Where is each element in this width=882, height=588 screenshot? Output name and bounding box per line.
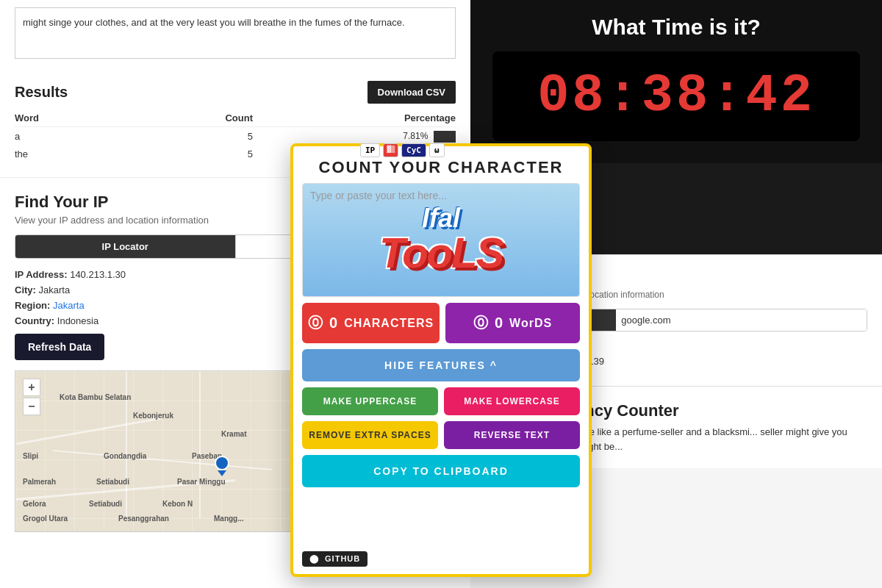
percentage-cell: 7.81%	[282, 127, 456, 146]
text-preview: might singe your clothes, and at the ver…	[15, 7, 456, 59]
word-cell: a	[15, 127, 95, 146]
red-badge-tab[interactable]: ▓▒	[383, 143, 398, 157]
words-label: WorDS	[509, 317, 552, 330]
words-stat-button[interactable]: ⓪ 0 WorDS	[445, 303, 580, 343]
refresh-data-button[interactable]: Refresh Data	[15, 334, 104, 360]
map-label-4: Slipi	[23, 452, 38, 460]
chars-count: 0	[329, 315, 338, 331]
clock-hours: 08	[537, 66, 606, 126]
map-road	[199, 371, 201, 518]
table-row: a 5 7.81%	[15, 127, 456, 146]
characters-stat-button[interactable]: ⓪ 0 CHARACTERS	[302, 303, 440, 343]
omega-badge-tab[interactable]: ω	[429, 143, 445, 157]
copy-to-clipboard-button[interactable]: COPY TO CLIPBOARD	[302, 455, 580, 487]
make-uppercase-button[interactable]: MAKE UPPERCASE	[302, 387, 438, 415]
map-marker-head	[215, 456, 229, 470]
col-count: Count	[95, 110, 282, 127]
map-label-11: Setiabudi	[89, 500, 122, 508]
github-icon: ⬤	[309, 554, 319, 564]
map-label-3: Kramat	[221, 430, 246, 438]
map-zoom-out-button[interactable]: −	[23, 398, 40, 415]
clock-minutes: 38	[642, 66, 711, 126]
col-percentage: Percentage	[282, 110, 456, 127]
cyc-badge-tab[interactable]: CyC	[401, 143, 426, 157]
clock-sep1: :	[607, 66, 642, 126]
map-label-7: Palmerah	[23, 478, 56, 486]
modal-logo-area: Type or paste your text here... Ifal Too…	[302, 183, 580, 297]
modal-placeholder: Type or paste your text here...	[310, 190, 447, 201]
map-controls: + −	[23, 379, 40, 415]
text-preview-section: might singe your clothes, and at the ver…	[0, 0, 470, 74]
clock-sep2: :	[711, 66, 745, 126]
logo-tools: TooLS	[379, 228, 503, 277]
results-title: Results	[15, 84, 68, 101]
ip-badge-tab[interactable]: IP	[360, 143, 380, 157]
map-label-8: Setiabudi	[96, 478, 129, 486]
words-count: 0	[495, 315, 503, 331]
map-label-5: Gondangdia	[104, 452, 146, 460]
browser-tabs: IP ▓▒ CyC ω	[360, 143, 445, 157]
chars-icon: ⓪	[308, 313, 323, 333]
domain-input[interactable]	[616, 309, 867, 331]
words-icon: ⓪	[473, 313, 489, 333]
map-label-10: Gelora	[23, 500, 46, 508]
clock-display: 08:38:42	[492, 51, 860, 141]
map-marker	[215, 456, 229, 475]
percentage-bar	[434, 131, 456, 143]
remove-extra-spaces-button[interactable]: REMOVE EXTRA SPACES	[302, 421, 438, 449]
map-label-15: Mangg...	[214, 514, 244, 523]
make-lowercase-button[interactable]: MAKE LOWERCASE	[444, 387, 580, 415]
modal-logo: Ifal TooLS	[379, 203, 503, 277]
region-link[interactable]: Jakarta	[53, 300, 85, 311]
feature-row-2: REMOVE EXTRA SPACES REVERSE TEXT	[302, 421, 580, 449]
ip-locator-tab[interactable]: IP Locator	[15, 235, 235, 258]
results-header: Results Download CSV	[15, 81, 456, 104]
modal-title: COUNT YOUR CHARACTER	[305, 158, 577, 177]
map-zoom-in-button[interactable]: +	[23, 379, 40, 396]
map-label-9: Pasar Minggu	[177, 478, 226, 486]
chars-label: CHARACTERS	[344, 317, 434, 330]
count-cell: 5	[95, 146, 282, 162]
map-label-1: Kota Bambu Selatan	[60, 393, 131, 401]
word-cell: the	[15, 146, 95, 162]
count-cell: 5	[95, 127, 282, 146]
map-label-13: Grogol Utara	[23, 514, 68, 523]
count-character-modal: COUNT YOUR CHARACTER Type or paste your …	[290, 143, 592, 577]
stats-row: ⓪ 0 CHARACTERS ⓪ 0 WorDS	[302, 303, 580, 343]
clock-section: What Time is it? 08:38:42	[470, 0, 882, 163]
map-label-2: Kebonjeruk	[133, 412, 173, 420]
feature-row-1: MAKE UPPERCASE MAKE LOWERCASE	[302, 387, 580, 415]
clock-seconds: 42	[745, 66, 814, 126]
clock-time: 08:38:42	[537, 66, 815, 126]
github-badge: ⬤ GITHUB	[302, 551, 368, 567]
col-word: Word	[15, 110, 95, 127]
clock-title: What Time is it?	[492, 15, 860, 40]
hide-features-button[interactable]: HIDE FEATURES ^	[302, 349, 580, 381]
reverse-text-button[interactable]: REVERSE TEXT	[444, 421, 580, 449]
map-marker-tail	[218, 470, 226, 476]
map-label-14: Pesanggrahan	[118, 514, 169, 523]
map-label-12: Kebon N	[162, 500, 193, 508]
download-csv-button[interactable]: Download CSV	[368, 81, 456, 104]
